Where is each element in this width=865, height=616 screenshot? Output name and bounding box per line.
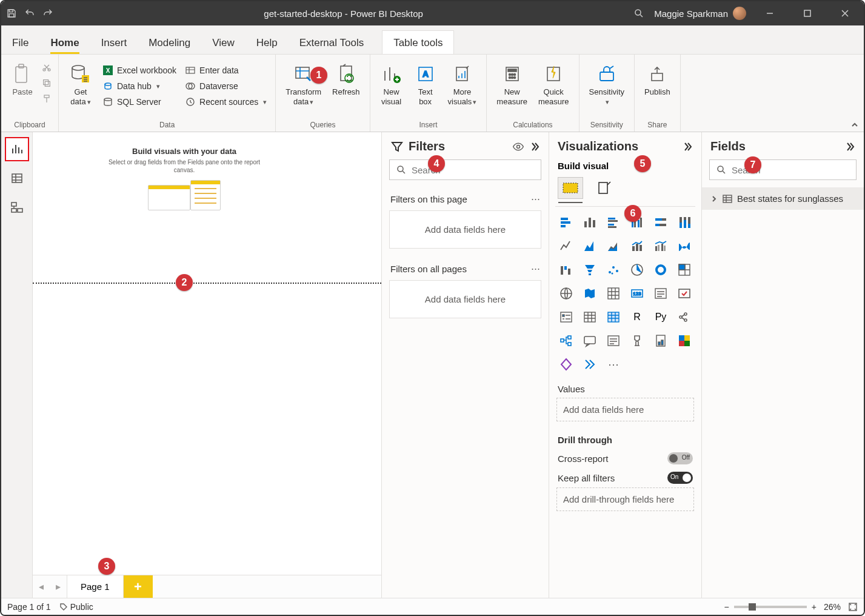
excel-workbook-button[interactable]: XExcel workbook bbox=[100, 63, 179, 78]
cut-icon[interactable] bbox=[41, 62, 52, 73]
viz-stacked-bar-icon[interactable] bbox=[556, 213, 576, 232]
filters-search[interactable] bbox=[389, 159, 541, 180]
viz-pie-icon[interactable] bbox=[627, 260, 647, 280]
sensitivity-button[interactable]: Sensitivity▾ bbox=[586, 59, 629, 109]
viz-treemap-icon[interactable] bbox=[675, 260, 694, 280]
viz-powerapps-icon[interactable] bbox=[556, 355, 576, 374]
filters-this-page-drop[interactable]: Add data fields here bbox=[389, 210, 541, 249]
viz-slicer-icon[interactable] bbox=[556, 307, 576, 327]
build-visual-mode[interactable] bbox=[558, 177, 583, 199]
collapse-viz-icon[interactable] bbox=[682, 141, 693, 152]
viz-goals-icon[interactable] bbox=[627, 331, 647, 350]
save-icon[interactable] bbox=[6, 8, 17, 19]
viz-matrix-icon[interactable] bbox=[604, 307, 623, 327]
viz-line-clustered-column-icon[interactable] bbox=[651, 236, 670, 256]
viz-powerautomate-icon[interactable] bbox=[580, 355, 599, 374]
minimize-button[interactable] bbox=[756, 4, 784, 22]
viz-ribbon-icon[interactable] bbox=[675, 236, 694, 256]
viz-smart-narrative-icon[interactable] bbox=[604, 331, 623, 350]
page-prev-icon[interactable]: ◂ bbox=[33, 581, 50, 592]
fields-search[interactable] bbox=[709, 159, 857, 180]
viz-funnel-icon[interactable] bbox=[580, 260, 599, 280]
quick-measure-button[interactable]: Quickmeasure bbox=[535, 59, 573, 109]
add-page-button[interactable]: + bbox=[124, 575, 153, 598]
user-account[interactable]: Maggie Sparkman bbox=[654, 7, 746, 20]
more-icon[interactable]: ⋯ bbox=[531, 263, 540, 274]
zoom-in-button[interactable]: + bbox=[812, 602, 817, 612]
viz-arcgis-icon[interactable] bbox=[675, 331, 694, 350]
search-icon[interactable] bbox=[633, 8, 644, 19]
viz-area-icon[interactable] bbox=[580, 236, 599, 256]
refresh-button[interactable]: Refresh bbox=[329, 59, 364, 98]
viz-scatter-icon[interactable] bbox=[604, 260, 623, 280]
fit-page-icon[interactable] bbox=[848, 602, 858, 612]
tab-modeling[interactable]: Modeling bbox=[138, 31, 201, 54]
field-table-item[interactable]: Best states for sunglasses bbox=[702, 187, 864, 210]
publish-button[interactable]: Publish bbox=[641, 59, 674, 98]
viz-clustered-bar-icon[interactable] bbox=[604, 213, 623, 232]
viz-kpi-icon[interactable] bbox=[675, 284, 694, 303]
close-button[interactable] bbox=[831, 4, 859, 22]
tab-insert[interactable]: Insert bbox=[90, 31, 138, 54]
paste-button[interactable]: Paste bbox=[7, 59, 38, 98]
tab-help[interactable]: Help bbox=[245, 31, 289, 54]
ribbon-collapse-icon[interactable] bbox=[850, 121, 859, 129]
format-visual-mode[interactable] bbox=[592, 177, 617, 199]
new-visual-button[interactable]: Newvisual bbox=[376, 59, 407, 109]
tab-file[interactable]: File bbox=[1, 31, 39, 54]
cross-report-toggle[interactable] bbox=[667, 452, 693, 464]
viz-waterfall-icon[interactable] bbox=[556, 260, 576, 280]
enter-data-button[interactable]: Enter data bbox=[182, 63, 269, 78]
recent-sources-button[interactable]: Recent sources▾ bbox=[182, 95, 269, 109]
values-dropzone[interactable]: Add data fields here bbox=[556, 398, 694, 421]
redo-icon[interactable] bbox=[42, 8, 53, 19]
eye-icon[interactable] bbox=[512, 141, 524, 153]
sql-server-button[interactable]: SQL Server bbox=[100, 95, 179, 109]
viz-python-icon[interactable]: Py bbox=[651, 307, 670, 327]
get-data-button[interactable]: Getdata▾ bbox=[65, 59, 96, 109]
viz-table-icon[interactable] bbox=[580, 307, 599, 327]
report-canvas[interactable]: Build visuals with your data Select or d… bbox=[33, 132, 381, 575]
filters-all-pages-drop[interactable]: Add data fields here bbox=[389, 280, 541, 318]
copy-icon[interactable] bbox=[41, 78, 52, 89]
collapse-fields-icon[interactable] bbox=[844, 141, 855, 152]
viz-qa-icon[interactable] bbox=[580, 331, 599, 350]
page-tab-1[interactable]: Page 1 bbox=[67, 575, 124, 598]
tab-home[interactable]: Home bbox=[39, 31, 90, 54]
drill-dropzone[interactable]: Add drill-through fields here bbox=[556, 487, 694, 511]
nav-report-view[interactable] bbox=[5, 137, 29, 161]
data-hub-button[interactable]: Data hub▾ bbox=[100, 79, 179, 93]
viz-azure-map-icon[interactable] bbox=[604, 284, 623, 303]
collapse-filters-icon[interactable] bbox=[529, 141, 540, 152]
viz-line-icon[interactable] bbox=[556, 236, 576, 256]
tab-view[interactable]: View bbox=[201, 31, 245, 54]
viz-card-icon[interactable]: 123 bbox=[627, 284, 647, 303]
new-measure-button[interactable]: Newmeasure bbox=[493, 59, 531, 109]
zoom-out-button[interactable]: − bbox=[724, 602, 729, 612]
text-box-button[interactable]: A Textbox bbox=[410, 59, 441, 109]
keep-filters-toggle[interactable] bbox=[667, 472, 693, 484]
viz-line-stacked-column-icon[interactable] bbox=[627, 236, 647, 256]
nav-model-view[interactable] bbox=[5, 195, 29, 219]
viz-decomposition-icon[interactable] bbox=[556, 331, 576, 350]
nav-data-view[interactable] bbox=[5, 166, 29, 190]
more-visuals-button[interactable]: Morevisuals▾ bbox=[444, 59, 481, 109]
status-sensitivity[interactable]: Public bbox=[59, 602, 93, 612]
viz-stacked-column-icon[interactable] bbox=[580, 213, 599, 232]
zoom-slider[interactable] bbox=[734, 606, 807, 608]
viz-key-influencers-icon[interactable] bbox=[675, 307, 694, 327]
viz-100-stacked-bar-icon[interactable] bbox=[651, 213, 670, 232]
format-painter-icon[interactable] bbox=[41, 93, 52, 104]
viz-r-icon[interactable]: R bbox=[627, 307, 647, 327]
page-next-icon[interactable]: ▸ bbox=[50, 581, 67, 592]
more-icon[interactable]: ⋯ bbox=[531, 193, 540, 204]
viz-multi-row-card-icon[interactable] bbox=[651, 284, 670, 303]
undo-icon[interactable] bbox=[24, 8, 35, 19]
viz-stacked-area-icon[interactable] bbox=[604, 236, 623, 256]
maximize-button[interactable] bbox=[793, 4, 821, 22]
viz-map-icon[interactable] bbox=[556, 284, 576, 303]
viz-donut-icon[interactable] bbox=[651, 260, 670, 280]
dataverse-button[interactable]: Dataverse bbox=[182, 79, 269, 93]
tab-external-tools[interactable]: External Tools bbox=[289, 31, 375, 54]
viz-100-stacked-column-icon[interactable] bbox=[675, 213, 694, 232]
